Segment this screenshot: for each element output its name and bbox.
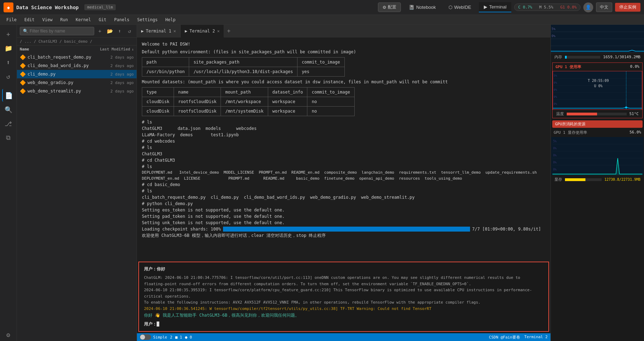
- icon-bar: + 📁 ⬆ ↺ 📄 🔍 ⎇ ⧉ ⚙: [0, 25, 17, 341]
- refresh-files-icon[interactable]: ↺: [125, 27, 134, 35]
- file-name: web_demo_streamlit.py: [28, 89, 108, 94]
- main-layout: + 📁 ⬆ ↺ 📄 🔍 ⎇ ⧉ ⚙ 🔍 + 📂 ⬆ ↺ / ... / Chat…: [0, 25, 644, 341]
- open-folder-icon[interactable]: 📁: [2, 42, 15, 54]
- stop-instance-button[interactable]: 停止实例: [615, 3, 640, 12]
- menu-kernel[interactable]: Kernel: [72, 16, 94, 23]
- menu-settings[interactable]: Settings: [134, 16, 161, 23]
- chatglm-log-3: To enable the following instructions: AV…: [144, 299, 543, 306]
- file-list-header: Name Last Modified ↓: [17, 46, 137, 53]
- terminal-tabs: ▶ Terminal 1 ✕ ▶ Terminal 2 ✕ +: [137, 25, 550, 37]
- file-icon: 🔶: [20, 71, 25, 77]
- new-file-icon[interactable]: +: [2, 28, 15, 40]
- status-bar: Simple 2 ■ 1 ● 0 CSDN @Fain要卷 Terminal 2: [137, 333, 550, 341]
- vram-label: 显存: [554, 177, 562, 182]
- chat-area: 用户：你好 ChatGLM: 2024-06-10 21:00:34.77570…: [138, 262, 549, 332]
- file-name: cli_demo_bad_word_ids.py: [28, 63, 108, 68]
- menu-run[interactable]: Run: [57, 16, 72, 23]
- svg-text:0%: 0%: [553, 147, 557, 150]
- add-terminal-icon[interactable]: +: [224, 28, 233, 34]
- user-avatar[interactable]: 👤: [583, 2, 593, 12]
- svg-text:5%: 5%: [554, 74, 557, 77]
- tab-size: ■ 1: [175, 335, 182, 340]
- terminal-output: Welcome to PAI DSW! Default python envir…: [137, 37, 550, 260]
- gpu1-value: 0.0%: [630, 64, 640, 70]
- add-file-icon[interactable]: +: [96, 27, 104, 35]
- search-input-icon: 🔍: [23, 29, 28, 34]
- file-item[interactable]: 🔶 cli_batch_request_demo.py 2 days ago: [17, 53, 137, 61]
- terminal-tab-1[interactable]: ▶ Terminal 1 ✕: [137, 25, 181, 37]
- add-folder-icon[interactable]: 📂: [106, 27, 114, 35]
- file-icon: 🔶: [20, 54, 25, 60]
- chat-hint: 欢迎使用 ChatGLM3-6B 模型，输入内容即可进行对话，clear 清空对…: [142, 232, 546, 239]
- file-item[interactable]: 🔶 web_demo_gradio.py 2 days ago: [17, 78, 137, 87]
- language-button[interactable]: 中文: [596, 2, 612, 12]
- search-input[interactable]: [30, 29, 91, 34]
- terminal-tab-2[interactable]: ▶ Terminal 2 ✕: [181, 25, 224, 37]
- attribution: CSDN @Fain要卷: [489, 335, 520, 340]
- explorer-icon[interactable]: 📄: [2, 89, 15, 102]
- terminal-tab[interactable]: ▶ Terminal: [479, 2, 511, 12]
- file-name: cli_batch_request_demo.py: [28, 55, 108, 60]
- file-date: 2 days ago: [110, 64, 134, 68]
- file-icon: 🔶: [20, 63, 25, 68]
- config-button[interactable]: ⚙ 配置: [378, 2, 401, 12]
- datasets-description: Mounted datasets: (mount_path is where y…: [142, 79, 546, 85]
- terminal-1-label: Terminal 1: [146, 29, 171, 34]
- menu-file[interactable]: File: [3, 16, 20, 23]
- svg-text:0%: 0%: [554, 102, 557, 106]
- svg-text:0%: 0%: [554, 95, 557, 98]
- svg-text:0%: 0%: [553, 168, 557, 171]
- terminal-status: Terminal 2: [524, 335, 548, 340]
- chatglm-warning: 2024-06-10 21:00:36.541245: W tensorflow…: [144, 306, 543, 312]
- temp-bar-fill: [567, 113, 597, 115]
- memory-metric: 内存 1659.1/30149.2MB: [551, 53, 644, 61]
- upload-icon[interactable]: ⬆: [2, 56, 15, 68]
- svg-text:U 0%: U 0%: [594, 84, 603, 88]
- gpu1-mem-label: GPU 1 显存使用率: [554, 130, 587, 135]
- file-name: web_demo_gradio.py: [28, 80, 108, 85]
- svg-text:5%: 5%: [552, 27, 555, 31]
- search-icon[interactable]: 🔍: [2, 103, 15, 116]
- gpu-tooltip: GPU所消耗的资源: [552, 120, 643, 128]
- file-name: cli_demo.py: [28, 72, 108, 77]
- user-input-label: 用户：你好: [144, 266, 543, 273]
- menubar: File Edit View Run Kernel Git Panels Set…: [0, 15, 644, 25]
- git-icon[interactable]: ⎇: [2, 117, 15, 130]
- menu-git[interactable]: Git: [95, 16, 110, 23]
- memory-value: 1659.1/30149.2MB: [603, 55, 640, 59]
- svg-text:0%: 0%: [553, 154, 557, 157]
- close-terminal-1-icon[interactable]: ✕: [173, 29, 176, 34]
- file-icon: 🔶: [20, 80, 25, 85]
- refresh-icon[interactable]: ↺: [2, 70, 15, 83]
- chatglm-log-2: 2024-06-10 21:00:35.395319: I tensorflow…: [144, 287, 543, 299]
- webide-tab[interactable]: ⬡ WebIDE: [444, 2, 476, 12]
- menu-panels[interactable]: Panels: [110, 16, 133, 23]
- simple-toggle-container[interactable]: Simple: [140, 334, 167, 340]
- name-column-header: Name: [20, 47, 100, 52]
- file-item[interactable]: 🔶 cli_demo.py 2 days ago: [17, 70, 137, 78]
- svg-text:0%: 0%: [554, 81, 557, 84]
- menu-view[interactable]: View: [39, 16, 56, 23]
- settings-icon[interactable]: ⚙: [2, 328, 15, 341]
- temp-label: 温度: [556, 111, 564, 116]
- menu-help[interactable]: Help: [162, 16, 179, 23]
- datasets-table: typenamemount_pathdataset_infocommit_to_…: [142, 87, 355, 116]
- file-item[interactable]: 🔶 cli_demo_bad_word_ids.py 2 days ago: [17, 61, 137, 70]
- extensions-icon[interactable]: ⧉: [2, 131, 15, 144]
- line-col: 2: [170, 335, 173, 340]
- menu-edit[interactable]: Edit: [21, 16, 38, 23]
- search-input-container[interactable]: 🔍: [20, 27, 94, 35]
- notebook-tab[interactable]: 📓 Notebook: [404, 2, 441, 12]
- app-title: Data Science Workshop: [16, 5, 79, 10]
- file-item[interactable]: 🔶 web_demo_streamlit.py 2 days ago: [17, 87, 137, 95]
- position: ● 0: [185, 335, 192, 340]
- terminal-commands: # ls ChatGLM3 data.json models webcodes …: [142, 119, 546, 239]
- gpu1-chart: 5% 0% 0% 0% 0% T 20:55:09 U 0%: [553, 71, 642, 110]
- file-date: 2 days ago: [110, 72, 134, 77]
- close-terminal-2-icon[interactable]: ✕: [217, 29, 219, 34]
- upload-file-icon[interactable]: ⬆: [115, 27, 124, 35]
- topbar: ◆ Data Science Workshop medical_llm ⚙ 配置…: [0, 0, 644, 15]
- memory-label: 内存: [554, 54, 562, 60]
- simple-toggle[interactable]: [140, 334, 151, 340]
- chatglm-log-1: ChatGLM: 2024-06-10 21:00:34.775706: I t…: [144, 275, 543, 287]
